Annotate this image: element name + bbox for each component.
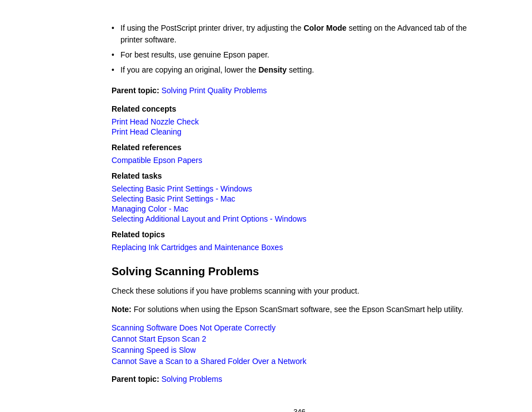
parent-topic-label: Parent topic: (112, 86, 159, 95)
related-references-label: Related references (112, 142, 487, 154)
bullet-text-3a: If you are copying an original, lower th… (120, 65, 258, 74)
related-concepts-section: Related concepts Print Head Nozzle Check… (112, 103, 487, 136)
related-topics-label: Related topics (112, 229, 487, 241)
bullet-item-1: If using the PostScript printer driver, … (112, 22, 487, 46)
link-print-head-cleaning[interactable]: Print Head Cleaning (112, 127, 487, 136)
scanning-heading: Solving Scanning Problems (112, 265, 487, 278)
scanning-links: Scanning Software Does Not Operate Corre… (112, 323, 487, 366)
link-basic-settings-windows[interactable]: Selecting Basic Print Settings - Windows (112, 184, 487, 193)
bullet-item-3: If you are copying an original, lower th… (112, 64, 487, 76)
related-topics-section: Related topics Replacing Ink Cartridges … (112, 229, 487, 252)
parent-topic-line: Parent topic: Solving Print Quality Prob… (112, 85, 487, 97)
link-print-head-nozzle-check[interactable]: Print Head Nozzle Check (112, 117, 487, 126)
link-replacing-ink-cartridges[interactable]: Replacing Ink Cartridges and Maintenance… (112, 243, 487, 252)
link-managing-color-mac[interactable]: Managing Color - Mac (112, 204, 487, 213)
related-references-links: Compatible Epson Papers (112, 156, 487, 165)
page-container: If using the PostScript printer driver, … (0, 0, 532, 412)
link-scanning-speed-slow[interactable]: Scanning Speed is Slow (112, 346, 487, 354)
page-number: 346 (112, 408, 487, 412)
bullet-list: If using the PostScript printer driver, … (112, 22, 487, 76)
bullet-item-2: For best results, use genuine Epson pape… (112, 49, 487, 61)
related-references-section: Related references Compatible Epson Pape… (112, 142, 487, 165)
scanning-parent-topic-link[interactable]: Solving Problems (161, 375, 222, 384)
link-additional-layout-windows[interactable]: Selecting Additional Layout and Print Op… (112, 214, 487, 223)
scanning-parent-topic-line: Parent topic: Solving Problems (112, 373, 487, 385)
bullet-text-2: For best results, use genuine Epson pape… (120, 50, 269, 59)
link-cannot-start-epson-scan[interactable]: Cannot Start Epson Scan 2 (112, 334, 487, 343)
related-tasks-section: Related tasks Selecting Basic Print Sett… (112, 170, 487, 223)
related-concepts-label: Related concepts (112, 103, 487, 115)
related-concepts-links: Print Head Nozzle Check Print Head Clean… (112, 117, 487, 136)
bullet-text-1a: If using the PostScript printer driver, … (120, 23, 303, 32)
bullet-text-3b: setting. (287, 65, 314, 74)
parent-topic-link[interactable]: Solving Print Quality Problems (161, 86, 267, 95)
link-basic-settings-mac[interactable]: Selecting Basic Print Settings - Mac (112, 194, 487, 203)
bullet-bold-1: Color Mode (303, 23, 346, 32)
note-text: For solutions when using the Epson ScanS… (132, 305, 463, 314)
link-compatible-epson-papers[interactable]: Compatible Epson Papers (112, 156, 487, 165)
bullet-bold-3: Density (258, 65, 287, 74)
related-tasks-label: Related tasks (112, 170, 487, 182)
scanning-description: Check these solutions if you have proble… (112, 285, 487, 297)
scanning-note: Note: For solutions when using the Epson… (112, 304, 487, 315)
link-cannot-save-scan[interactable]: Cannot Save a Scan to a Shared Folder Ov… (112, 357, 487, 366)
scanning-parent-topic-label: Parent topic: (112, 375, 159, 384)
note-bold: Note: (112, 305, 132, 314)
related-tasks-links: Selecting Basic Print Settings - Windows… (112, 184, 487, 223)
related-topics-links: Replacing Ink Cartridges and Maintenance… (112, 243, 487, 252)
link-scanning-software[interactable]: Scanning Software Does Not Operate Corre… (112, 323, 487, 332)
